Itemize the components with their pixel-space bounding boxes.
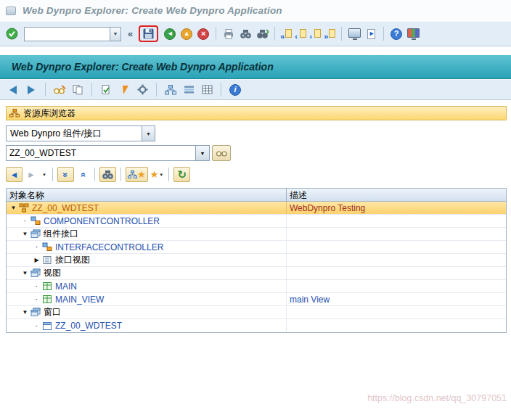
column-header-object-name: 对象名称	[7, 189, 287, 201]
add-to-favorites-button[interactable]: ★	[126, 167, 148, 182]
tree-node-label[interactable]: INTERFACECONTROLLER	[55, 242, 163, 252]
expander-icon[interactable]: ▼	[20, 270, 30, 276]
tree-node-label[interactable]: ZZ_00_WDTEST	[55, 321, 122, 331]
enter-check-icon	[6, 28, 18, 40]
info-button[interactable]: i	[229, 84, 241, 96]
help-button[interactable]: ?	[391, 28, 402, 40]
favorites-button[interactable]: ★▼	[150, 167, 165, 182]
tree-node-description	[287, 228, 506, 240]
command-dropdown-button[interactable]: ▼	[110, 27, 121, 41]
tree-row[interactable]: · MAIN	[7, 280, 506, 293]
structure-display-button[interactable]	[163, 82, 178, 98]
find-object-button[interactable]	[99, 167, 116, 182]
tree-row[interactable]: ▶ 接口视图	[7, 254, 506, 267]
tree-row[interactable]: ▼ 窗口	[7, 306, 506, 319]
next-object-button[interactable]: ►	[24, 167, 38, 182]
separator	[383, 27, 384, 41]
print-button[interactable]	[221, 26, 236, 42]
repository-toolbar: ◄ ► ▼ » » ★ ★▼ ↻	[6, 166, 507, 183]
exit-button[interactable]: ▲	[181, 28, 192, 40]
object-category-select[interactable]: Web Dynpro 组件/接口 ▼	[6, 125, 155, 141]
tree-row[interactable]: · INTERFACECONTROLLER	[7, 241, 506, 254]
object-name-row: ▼	[6, 145, 507, 161]
category-dropdown-button[interactable]: ▼	[142, 126, 155, 141]
tree-node-label[interactable]: COMPONENTCONTROLLER	[44, 216, 160, 226]
org-chart-icon	[128, 170, 137, 179]
tree-node-label[interactable]: 组件接口	[44, 228, 78, 240]
gear-icon	[137, 84, 148, 95]
command-field[interactable]	[24, 27, 110, 41]
tree-row[interactable]: ▼ 视图	[7, 267, 506, 280]
screen-header: Web Dynpro Explorer: Create Web Dynpro A…	[0, 55, 511, 79]
activate-button[interactable]	[117, 82, 131, 98]
syntax-check-button[interactable]	[99, 82, 113, 98]
tree-node-label[interactable]: 视图	[44, 267, 61, 279]
tree-row[interactable]: ▼ ZZ_00_WDTEST WebDynpro Testing	[7, 202, 506, 215]
refresh-button[interactable]: ↻	[173, 167, 190, 182]
tree-row[interactable]: · COMPONENTCONTROLLER	[7, 215, 506, 228]
collapse-command-icon[interactable]: «	[128, 28, 133, 39]
display-object-button[interactable]	[212, 145, 231, 161]
list-display-button[interactable]	[181, 82, 196, 98]
application-toolbar: i	[0, 79, 511, 100]
previous-page-button[interactable]: ‹	[295, 28, 307, 40]
repository-browser-bar[interactable]: 资源库浏览器	[6, 106, 507, 120]
tree-row[interactable]: ▼ 组件接口	[7, 228, 506, 241]
table-display-button[interactable]	[200, 82, 214, 98]
expand-all-button[interactable]: »	[57, 167, 74, 182]
find-button[interactable]	[238, 26, 253, 42]
tree-row[interactable]: · MAIN_VIEW main View	[7, 293, 506, 306]
expander-icon[interactable]: ▼	[20, 231, 30, 237]
column-header-description: 描述	[287, 189, 506, 201]
previous-object-button[interactable]: ◄	[6, 167, 23, 182]
list-icon	[184, 85, 195, 94]
expander-icon[interactable]: ▼	[20, 309, 30, 316]
create-shortcut-button[interactable]: ►	[364, 26, 378, 42]
tree-node-label[interactable]: 窗口	[44, 306, 61, 318]
collapse-all-button[interactable]: »	[75, 167, 90, 182]
navigate-back-button[interactable]	[6, 82, 20, 98]
separator	[221, 83, 221, 96]
tree-node-description	[287, 319, 506, 332]
interface-view-icon	[42, 255, 52, 265]
folder-icon	[30, 268, 41, 278]
separator	[216, 27, 216, 41]
display-change-button[interactable]	[52, 82, 67, 98]
tree-node-label[interactable]: ZZ_00_WDTEST	[32, 203, 99, 213]
last-page-button[interactable]: »	[324, 28, 336, 40]
command-field-group: ▼	[24, 27, 121, 41]
test-button[interactable]	[135, 82, 150, 98]
cancel-button[interactable]: ×	[197, 28, 209, 40]
first-page-button[interactable]: «	[280, 28, 293, 40]
new-session-button[interactable]	[347, 26, 361, 42]
find-next-icon	[256, 28, 269, 39]
copy-button[interactable]	[70, 82, 85, 98]
page-title: Web Dynpro Explorer: Create Web Dynpro A…	[12, 61, 274, 73]
org-chart-icon	[165, 85, 176, 95]
customize-layout-button[interactable]	[406, 26, 420, 42]
back-button[interactable]: ◄	[164, 28, 176, 40]
save-icon[interactable]	[143, 28, 154, 39]
tree-node-label[interactable]: MAIN_VIEW	[55, 295, 104, 305]
separator	[168, 168, 169, 181]
expander-icon[interactable]: ▼	[9, 205, 18, 211]
history-dropdown-button[interactable]: ▼	[40, 167, 48, 182]
object-name-input[interactable]	[6, 145, 196, 161]
activate-flash-icon	[120, 86, 128, 94]
tree-row[interactable]: · ZZ_00_WDTEST	[7, 319, 506, 332]
controller-icon	[30, 216, 41, 226]
tree-node-label[interactable]: 接口视图	[55, 254, 90, 266]
next-page-button[interactable]: ›	[309, 28, 322, 40]
object-dropdown-button[interactable]: ▼	[196, 145, 210, 161]
find-next-button[interactable]	[255, 26, 269, 42]
expander-icon[interactable]: ▶	[32, 257, 41, 263]
monitor-icon	[348, 28, 361, 38]
component-icon	[19, 203, 29, 213]
page-icon	[314, 29, 321, 38]
enter-button[interactable]	[4, 26, 19, 42]
print-icon	[223, 28, 234, 40]
tree-node-label[interactable]: MAIN	[55, 281, 77, 292]
separator	[45, 83, 46, 96]
page-icon	[285, 29, 292, 38]
navigate-forward-button[interactable]	[24, 82, 38, 98]
